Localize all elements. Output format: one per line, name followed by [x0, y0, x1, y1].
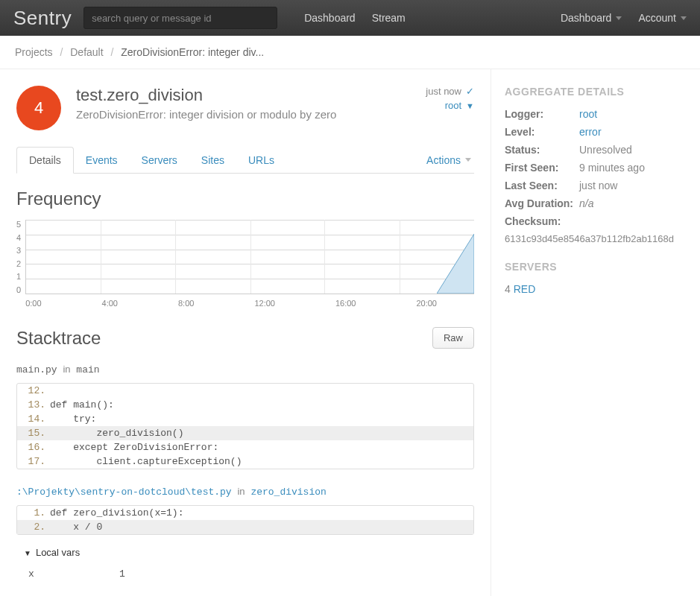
aggregate-value: 9 minutes ago	[579, 162, 645, 174]
nav-dashboard[interactable]: Dashboard	[304, 12, 356, 24]
tab-sites[interactable]: Sites	[189, 148, 236, 173]
aggregate-key: Level:	[505, 126, 579, 138]
brand-logo[interactable]: Sentry	[13, 7, 72, 30]
aggregate-row: Last Seen:just now	[505, 180, 687, 191]
aggregate-row: Avg Duration:n/a	[505, 197, 687, 209]
error-count-badge: 4	[16, 86, 61, 130]
tab-urls[interactable]: URLs	[236, 148, 286, 173]
code-line: 2. x / 0	[17, 520, 473, 534]
aggregate-row: Checksum:	[505, 215, 687, 227]
code-line: 16. except ZeroDivisionError:	[17, 440, 473, 454]
caret-down-icon	[681, 16, 687, 20]
local-vars: Local varsx1	[16, 541, 474, 584]
code-line: 14. try:	[17, 412, 473, 426]
search-input[interactable]	[83, 7, 277, 29]
nav-account-dropdown[interactable]: Account	[638, 12, 687, 24]
breadcrumb-sep: /	[111, 46, 114, 58]
aggregate-key: Last Seen:	[505, 180, 579, 191]
last-seen-label: just now	[426, 86, 461, 97]
check-icon[interactable]: ✓	[466, 86, 474, 97]
local-var-row: x1	[18, 565, 473, 583]
tab-servers[interactable]: Servers	[130, 148, 189, 173]
breadcrumb: Projects / Default / ZeroDivisionError: …	[0, 36, 700, 69]
aggregate-key: First Seen:	[505, 162, 579, 174]
code-line: 13.def main():	[17, 398, 473, 412]
aggregate-value[interactable]: root	[579, 108, 597, 120]
local-vars-toggle[interactable]: Local vars	[16, 541, 474, 564]
aggregate-value[interactable]: error	[579, 126, 602, 138]
stacktrace-heading: Stacktrace	[16, 328, 101, 349]
frame-location: main.py in main	[16, 361, 474, 383]
tab-bar: Details Events Servers Sites URLs Action…	[16, 147, 474, 174]
servers-heading: Servers	[505, 261, 687, 273]
error-title: test.zero_division	[76, 86, 411, 105]
nav-links-right: Dashboard Account	[561, 12, 687, 24]
code-line: 15. zero_division()	[17, 426, 473, 440]
code-line: 1.def zero_division(x=1):	[17, 506, 473, 520]
chart-y-axis: 5 4 3 2 1 0	[16, 220, 25, 294]
breadcrumb-sep: /	[60, 46, 63, 58]
error-header: 4 test.zero_division ZeroDivisionError: …	[16, 86, 474, 130]
tab-events[interactable]: Events	[74, 148, 130, 173]
aggregate-key: Status:	[505, 144, 579, 156]
caret-down-icon	[616, 16, 622, 20]
frequency-chart: 5 4 3 2 1 0	[16, 220, 474, 308]
aggregate-key: Avg Duration:	[505, 197, 579, 209]
server-entry: 4 RED	[505, 283, 687, 295]
breadcrumb-current: ZeroDivisionError: integer div...	[121, 46, 264, 58]
chart-x-axis: 0:00 4:00 8:00 12:00 16:00 20:00	[25, 294, 474, 308]
server-link[interactable]: RED	[514, 283, 536, 295]
breadcrumb-default[interactable]: Default	[70, 46, 103, 58]
aggregate-value: just now	[579, 180, 617, 191]
top-navbar: Sentry Dashboard Stream Dashboard Accoun…	[0, 0, 700, 36]
raw-button[interactable]: Raw	[432, 327, 474, 349]
nav-stream[interactable]: Stream	[372, 12, 406, 24]
tab-details[interactable]: Details	[16, 147, 74, 174]
error-user-link[interactable]: root	[445, 100, 461, 111]
svg-marker-0	[437, 234, 474, 294]
aggregate-value: n/a	[579, 197, 593, 209]
chart-grid	[25, 220, 474, 294]
triangle-down-icon[interactable]: ▼	[466, 101, 474, 110]
aggregate-key: Checksum:	[505, 215, 579, 227]
checksum-value: 6131c93d45e8546a37b112fb2ab1168d	[505, 233, 687, 244]
nav-dashboard-dropdown[interactable]: Dashboard	[561, 12, 622, 24]
aggregate-key: Logger:	[505, 108, 579, 120]
frame-location: :\Projekty\sentry-on-dotcloud\test.py in…	[16, 483, 474, 505]
caret-down-icon	[465, 158, 471, 162]
aggregate-row: First Seen:9 minutes ago	[505, 162, 687, 174]
aggregate-row: Logger:root	[505, 108, 687, 120]
frequency-heading: Frequency	[16, 188, 474, 209]
aggregate-value: Unresolved	[579, 144, 632, 156]
code-block: 1.def zero_division(x=1):2. x / 0	[16, 505, 474, 535]
aggregate-row: Level:error	[505, 126, 687, 138]
code-line: 17. client.captureException()	[17, 454, 473, 469]
code-line: 12.	[17, 384, 473, 398]
aggregate-row: Status:Unresolved	[505, 144, 687, 156]
chart-area-fill	[437, 234, 474, 294]
actions-dropdown[interactable]: Actions	[423, 148, 474, 173]
error-subtitle: ZeroDivisionError: integer division or m…	[76, 108, 411, 121]
aggregate-heading: Aggregate Details	[505, 86, 687, 98]
nav-links-left: Dashboard Stream	[304, 12, 406, 24]
sidebar: Aggregate Details Logger:rootLevel:error…	[491, 69, 700, 596]
breadcrumb-projects[interactable]: Projects	[15, 46, 53, 58]
code-block: 12.13.def main():14. try:15. zero_divisi…	[16, 383, 474, 469]
error-meta: just now✓ root▼	[426, 86, 474, 114]
